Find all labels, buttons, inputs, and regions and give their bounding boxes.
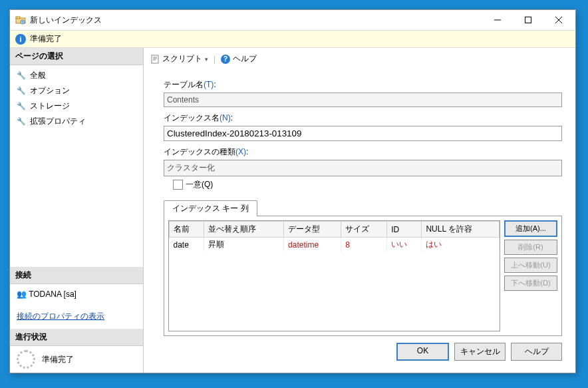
col-sort[interactable]: 並べ替え順序 — [204, 222, 284, 238]
script-dropdown[interactable]: スクリプト ▾ — [150, 53, 208, 65]
app-icon — [15, 15, 26, 25]
status-text: 準備完了 — [30, 33, 62, 45]
tab-key-columns[interactable]: インデックス キー 列 — [164, 200, 257, 216]
page-options[interactable]: 🔧オプション — [10, 83, 143, 98]
close-button[interactable] — [543, 10, 574, 30]
connection-block: 👥 TODANA [sa] — [10, 284, 143, 304]
dialog-body: ページの選択 🔧全般 🔧オプション 🔧ストレージ 🔧拡張プロパティ 接続 👥 T… — [10, 48, 575, 373]
maximize-button[interactable] — [513, 10, 543, 30]
window-title: 新しいインデックス — [30, 15, 482, 26]
key-columns-panel: 名前 並べ替え順序 データ型 サイズ ID NULL を許容 — [164, 216, 562, 336]
key-columns-tabset: インデックス キー 列 名前 並べ替え順序 データ型 サイズ ID — [164, 200, 562, 336]
info-icon: i — [15, 34, 26, 45]
add-button[interactable]: 追加(A)... — [504, 220, 557, 237]
connection-server: TODANA [sa] — [29, 290, 76, 299]
wrench-icon: 🔧 — [17, 87, 26, 95]
col-id[interactable]: ID — [387, 222, 422, 238]
unique-label: 一意(Q) — [186, 179, 213, 190]
table-name-label: テーブル名(T): — [164, 79, 562, 91]
pages-list: 🔧全般 🔧オプション 🔧ストレージ 🔧拡張プロパティ — [10, 65, 143, 132]
index-name-label: インデックス名(N): — [164, 112, 562, 124]
grid-header-row: 名前 並べ替え順序 データ型 サイズ ID NULL を許容 — [170, 222, 500, 238]
help-button[interactable]: ? ヘルプ — [221, 53, 257, 65]
progress-header: 進行状況 — [10, 329, 143, 346]
table-name-field: Contents — [164, 93, 562, 107]
help-icon: ? — [221, 55, 230, 64]
col-name[interactable]: 名前 — [170, 222, 204, 238]
table-row[interactable]: date 昇順 datetime 8 いい はい — [170, 238, 500, 252]
dialog-footer: OK キャンセル ヘルプ — [150, 336, 569, 367]
cancel-button[interactable]: キャンセル — [454, 343, 506, 361]
progress-text: 準備完了 — [42, 354, 74, 365]
move-up-button[interactable]: 上へ移動(U) — [504, 258, 557, 273]
progress-block: 準備完了 — [10, 346, 143, 373]
connection-icon: 👥 — [17, 290, 27, 299]
index-type-label: インデックスの種類(X): — [164, 146, 562, 158]
page-extended-properties[interactable]: 🔧拡張プロパティ — [10, 114, 143, 129]
page-general[interactable]: 🔧全般 — [10, 68, 143, 83]
connection-header: 接続 — [10, 267, 143, 284]
unique-checkbox-row[interactable]: 一意(Q) — [164, 179, 562, 190]
grid-button-column: 追加(A)... 削除(R) 上へ移動(U) 下へ移動(D) — [504, 220, 557, 331]
unique-checkbox[interactable] — [173, 180, 183, 190]
help-button-footer[interactable]: ヘルプ — [511, 343, 562, 361]
remove-button[interactable]: 削除(R) — [504, 240, 557, 255]
col-nulls[interactable]: NULL を許容 — [422, 222, 500, 238]
status-bar: i 準備完了 — [10, 30, 575, 48]
form-area: テーブル名(T): Contents インデックス名(N): インデックスの種類… — [150, 69, 569, 193]
pages-header: ページの選択 — [10, 48, 143, 65]
titlebar: 新しいインデックス — [10, 10, 575, 30]
view-connection-props-link[interactable]: 接続のプロパティの表示 — [17, 309, 104, 323]
index-type-field: クラスター化 — [164, 160, 562, 176]
wrench-icon: 🔧 — [17, 117, 26, 126]
new-index-dialog: { "window": { "title": "新しいインデックス" }, "s… — [9, 9, 576, 373]
progress-spinner-icon — [17, 350, 35, 369]
main-panel: スクリプト ▾ | ? ヘルプ テーブル名(T): Contents インデック… — [144, 48, 575, 373]
wrench-icon: 🔧 — [17, 102, 26, 110]
key-columns-grid[interactable]: 名前 並べ替え順序 データ型 サイズ ID NULL を許容 — [168, 220, 500, 331]
col-type[interactable]: データ型 — [284, 222, 341, 238]
main-toolbar: スクリプト ▾ | ? ヘルプ — [150, 52, 569, 69]
page-storage[interactable]: 🔧ストレージ — [10, 98, 143, 114]
col-size[interactable]: サイズ — [341, 222, 387, 238]
move-down-button[interactable]: 下へ移動(D) — [504, 276, 557, 291]
index-name-input[interactable] — [164, 126, 562, 141]
ok-button[interactable]: OK — [396, 343, 449, 361]
svg-rect-1 — [16, 17, 20, 19]
svg-rect-4 — [152, 55, 158, 63]
script-icon — [150, 55, 160, 64]
sidebar: ページの選択 🔧全般 🔧オプション 🔧ストレージ 🔧拡張プロパティ 接続 👥 T… — [10, 48, 143, 373]
wrench-icon: 🔧 — [17, 71, 26, 80]
svg-rect-3 — [525, 17, 531, 23]
chevron-down-icon: ▾ — [205, 56, 208, 63]
minimize-button[interactable] — [482, 10, 513, 30]
